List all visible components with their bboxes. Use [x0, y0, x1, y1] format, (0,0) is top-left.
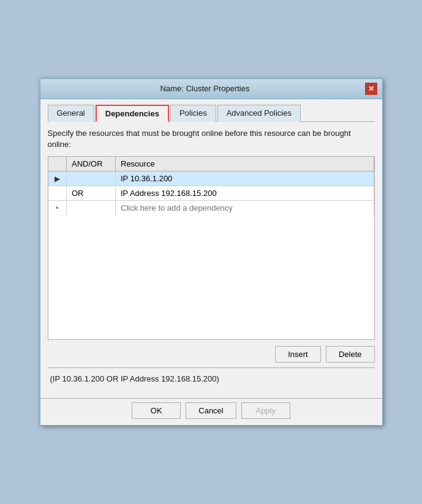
andor-cell-1 [67, 171, 116, 186]
resource-cell-1: IP 10.36.1.200 [116, 171, 374, 186]
ok-button[interactable]: OK [132, 402, 181, 419]
col-resource: Resource [116, 157, 374, 171]
dependency-table: AND/OR Resource ▶ IP 10.36.1.200 OR [48, 157, 374, 215]
title-bar: Name: Cluster Properties ✕ [40, 79, 382, 99]
col-selector [48, 157, 67, 171]
dialog-window: Name: Cluster Properties ✕ General Depen… [40, 78, 383, 426]
delete-button[interactable]: Delete [326, 346, 375, 363]
table-row[interactable]: ▶ IP 10.36.1.200 [48, 171, 374, 186]
dependency-table-container: AND/OR Resource ▶ IP 10.36.1.200 OR [48, 156, 375, 340]
add-dependency-text: Click here to add a dependency [116, 201, 374, 216]
tab-policies[interactable]: Policies [170, 105, 216, 122]
resource-cell-2: IP Address 192.168.15.200 [116, 186, 374, 201]
dialog-body: General Dependencies Policies Advanced P… [40, 99, 382, 398]
table-row[interactable]: OR IP Address 192.168.15.200 [48, 186, 374, 201]
row-selector-2 [48, 186, 67, 201]
apply-button[interactable]: Apply [241, 402, 290, 419]
tab-bar: General Dependencies Policies Advanced P… [48, 104, 375, 122]
cancel-button[interactable]: Cancel [186, 402, 236, 419]
add-dot: • [48, 201, 67, 216]
andor-cell-2: OR [67, 186, 116, 201]
dialog-title: Name: Cluster Properties [45, 84, 365, 93]
insert-button[interactable]: Insert [275, 346, 321, 363]
separator [48, 367, 375, 368]
bottom-button-bar: OK Cancel Apply [40, 398, 382, 425]
col-andor: AND/OR [67, 157, 116, 171]
close-button[interactable]: ✕ [365, 83, 377, 95]
tab-dependencies[interactable]: Dependencies [96, 105, 169, 122]
description-text: Specify the resources that must be broug… [48, 128, 375, 150]
table-action-buttons: Insert Delete [48, 346, 375, 363]
row-arrow-icon: ▶ [55, 175, 60, 183]
tab-advanced-policies[interactable]: Advanced Policies [217, 105, 301, 122]
row-selector-1: ▶ [48, 171, 67, 186]
add-dependency-row[interactable]: • Click here to add a dependency [48, 201, 374, 216]
dependency-expression: (IP 10.36.1.200 OR IP Address 192.168.15… [48, 373, 375, 385]
tab-general[interactable]: General [48, 105, 94, 122]
